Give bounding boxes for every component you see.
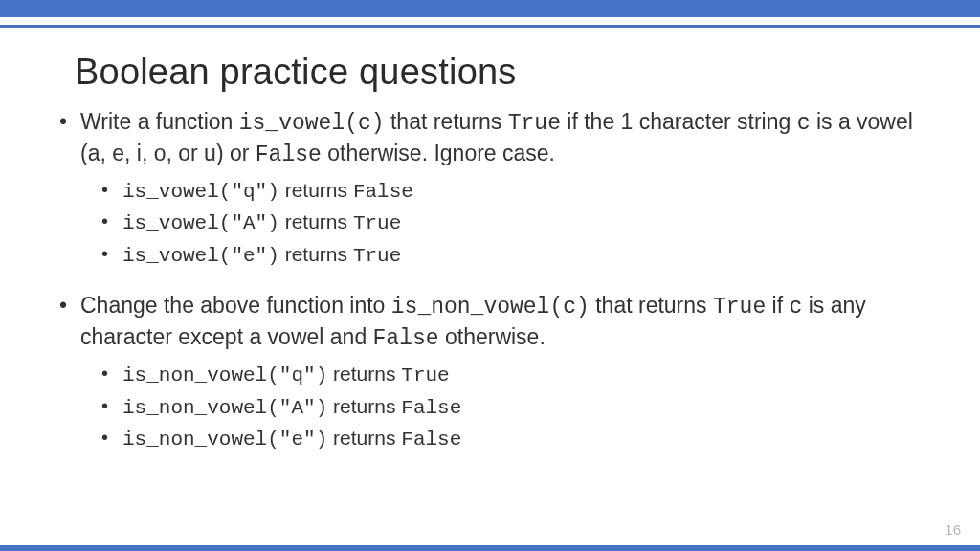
s2b-t: returns [333,395,401,417]
s1a-c: is_vowel("q") [122,181,279,203]
s1c-t: returns [285,243,353,265]
b2-t3: if [772,293,790,318]
b1-code4: False [256,143,322,167]
b2-t5: otherwise. [445,324,546,349]
bottom-bar [0,545,980,551]
sub-2c: is_non_vowel("e") returns False [100,424,932,453]
b2-t1: Change the above function into [80,293,391,318]
bullet-1: Write a function is_vowel(c) that return… [57,107,932,270]
s2a-c: is_non_vowel("q") [122,364,327,386]
top-bar-accent [0,25,980,28]
s1a-r: False [353,181,413,203]
sub-2b: is_non_vowel("A") returns False [100,392,932,422]
s1b-c: is_vowel("A") [122,212,279,234]
s1c-r: True [353,245,401,267]
top-bar [0,0,980,17]
slide-content: Write a function is_vowel(c) that return… [57,107,932,475]
b2-t2: that returns [595,293,713,318]
s2c-t: returns [333,427,401,449]
sub-1b: is_vowel("A") returns True [100,208,932,237]
b2-code4: False [373,326,439,351]
s2c-r: False [401,429,461,451]
sub-1a: is_vowel("q") returns False [100,176,932,206]
sub-2a: is_non_vowel("q") returns True [100,360,932,389]
s2a-r: True [401,364,449,386]
b1-t5: otherwise. Ignore case. [327,141,555,165]
sub-1c: is_vowel("e") returns True [100,240,932,270]
s1c-c: is_vowel("e") [122,245,279,267]
s2c-c: is_non_vowel("e") [122,429,327,451]
b1-code3: c [797,111,811,136]
slide-title: Boolean practice questions [75,52,517,93]
b1-t1: Write a function [80,109,239,134]
s1a-t: returns [285,179,353,201]
s2a-t: returns [333,363,401,385]
b2-code2: True [713,295,766,320]
b2-code1: is_non_vowel(c) [391,295,590,320]
s1b-r: True [353,212,401,234]
b1-code2: True [508,111,561,136]
s2b-c: is_non_vowel("A") [122,397,327,419]
page-number: 16 [945,521,961,538]
s2b-r: False [401,397,461,419]
b2-code3: c [789,295,802,320]
bullet-2: Change the above function into is_non_vo… [57,291,932,453]
s1b-t: returns [285,210,353,232]
b1-t2: that returns [390,109,508,134]
b1-code1: is_vowel(c) [239,111,385,136]
b1-t3: if the 1 character string [567,109,796,134]
